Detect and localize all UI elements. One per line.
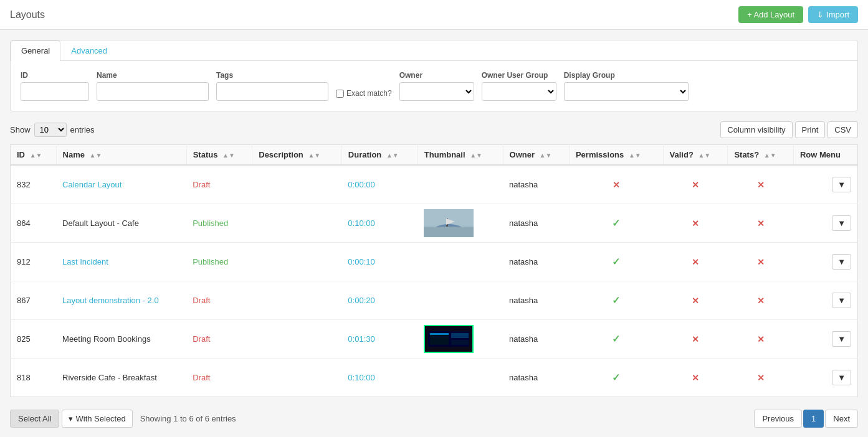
download-icon: ⇓ [817,10,824,19]
sort-valid-icon[interactable]: ▲▼ [698,153,710,157]
cell-row-menu: ▼ [793,359,857,397]
column-visibility-button[interactable]: Column visibility [720,121,792,138]
valid-cross-icon: ✕ [692,257,699,267]
next-button[interactable]: Next [825,410,858,428]
sort-status-icon[interactable]: ▲▼ [222,153,235,157]
thumbnail-empty [424,248,474,276]
cell-description [252,243,342,281]
table-row: 818Riverside Cafe - BreakfastDraft0:10:0… [11,359,858,397]
sort-owner-icon[interactable]: ▲▼ [540,153,552,157]
row-menu-button[interactable]: ▼ [832,215,851,231]
cell-stats: ✕ [728,320,794,359]
cell-thumbnail [417,281,503,320]
exact-match-label: Exact match? [346,89,392,98]
svg-rect-7 [451,333,469,338]
check-icon: ✓ [612,295,620,306]
stats-cross-icon: ✕ [757,218,765,228]
select-all-button[interactable]: Select All [10,410,59,428]
show-label: Show [10,125,31,134]
cell-valid: ✕ [663,165,728,204]
stats-cross-icon: ✕ [757,296,765,306]
table-header-row: ID ▲▼ Name ▲▼ Status ▲▼ Description ▲▼ D… [11,145,858,166]
check-icon: ✓ [612,334,620,344]
filter-name-group: Name [97,71,209,101]
layout-name-link[interactable]: Layout demonstration - 2.0 [62,296,159,305]
tab-general[interactable]: General [11,40,60,61]
cell-id: 864 [11,204,57,243]
row-menu-button[interactable]: ▼ [832,177,851,192]
sort-thumbnail-icon[interactable]: ▲▼ [470,153,482,157]
thumbnail-empty [424,171,474,199]
with-selected-button[interactable]: ▾ With Selected [62,410,132,428]
col-id: ID ▲▼ [11,145,57,166]
filter-owner-user-group-select[interactable] [482,82,556,101]
filter-name-input[interactable] [97,82,209,101]
add-layout-button[interactable]: + Add Layout [738,6,803,23]
exact-match-checkbox[interactable] [336,90,344,98]
filter-owner-select[interactable] [399,82,474,101]
row-menu-button[interactable]: ▼ [832,331,851,347]
cell-owner: natasha [503,243,569,281]
cell-permissions: ✓ [569,359,663,397]
filter-owner-user-group: Owner User Group [482,71,556,101]
cell-description [252,165,342,204]
page-1-button[interactable]: 1 [803,410,824,428]
cell-thumbnail [417,165,503,204]
sort-stats-icon[interactable]: ▲▼ [764,153,776,157]
exact-match-group: Exact match? [336,89,392,101]
filter-tags-label: Tags [216,71,328,80]
row-menu-button[interactable]: ▼ [832,254,851,270]
cell-description [252,281,342,320]
table-action-buttons: Column visibility Print CSV [720,121,858,138]
valid-cross-icon: ✕ [692,334,699,344]
thumbnail-empty [424,364,474,392]
layout-name-link[interactable]: Last Incident [62,257,108,266]
entries-per-page-select[interactable]: 10 25 50 100 [34,123,67,137]
top-bar: Layouts + Add Layout ⇓ Import [0,0,868,30]
print-button[interactable]: Print [795,121,826,138]
valid-cross-icon: ✕ [692,296,699,306]
cell-row-menu: ▼ [793,204,857,243]
cell-thumbnail [417,359,503,397]
csv-button[interactable]: CSV [827,121,858,138]
cell-id: 825 [11,320,57,359]
cell-name: Layout demonstration - 2.0 [56,281,186,320]
cell-status: Draft [186,165,252,204]
cell-permissions: ✓ [569,243,663,281]
cell-description [252,359,342,397]
cell-owner: natasha [503,281,569,320]
layout-name-link[interactable]: Calendar Layout [62,180,122,189]
sort-permissions-icon[interactable]: ▲▼ [629,153,641,157]
cell-status: Published [186,243,252,281]
cell-name: Last Incident [56,243,186,281]
previous-button[interactable]: Previous [754,410,802,428]
filter-tabs: General Advanced [11,40,857,61]
stats-cross-icon: ✕ [757,180,765,190]
filter-tags-input[interactable] [216,82,328,101]
top-bar-buttons: + Add Layout ⇓ Import [738,6,858,23]
filter-id-input[interactable] [21,82,89,101]
filter-id-label: ID [21,71,89,80]
filter-owner-group: Owner [399,71,474,101]
col-permissions: Permissions ▲▼ [569,145,663,166]
cell-permissions: ✕ [569,165,663,204]
filter-body: ID Name Tags Exact match? Owner [11,61,857,111]
filter-row: ID Name Tags Exact match? Owner [21,71,847,101]
cell-description [252,204,342,243]
sort-id-icon[interactable]: ▲▼ [30,153,42,157]
main-content: General Advanced ID Name Tags [0,30,868,437]
table-row: 832Calendar LayoutDraft0:00:00natasha✕✕✕… [11,165,858,204]
import-button[interactable]: ⇓ Import [808,6,858,23]
filter-display-group-select[interactable] [564,82,689,101]
row-menu-button[interactable]: ▼ [832,370,851,385]
cell-row-menu: ▼ [793,243,857,281]
tab-advanced[interactable]: Advanced [60,40,118,61]
sort-name-icon[interactable]: ▲▼ [90,153,102,157]
sort-description-icon[interactable]: ▲▼ [308,153,320,157]
cell-duration: 0:00:00 [341,165,417,204]
sort-duration-icon[interactable]: ▲▼ [386,153,399,157]
row-menu-button[interactable]: ▼ [832,293,851,308]
filter-id-group: ID [21,71,89,101]
table-body: 832Calendar LayoutDraft0:00:00natasha✕✕✕… [11,165,858,397]
cell-status: Published [186,204,252,243]
